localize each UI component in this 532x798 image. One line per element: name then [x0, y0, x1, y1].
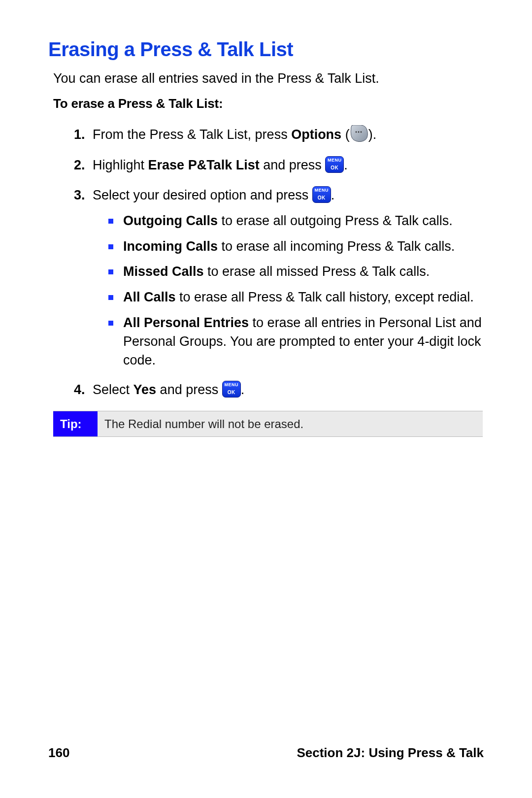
- manual-page: Erasing a Press & Talk List You can eras…: [0, 0, 532, 798]
- ok-label: OK: [223, 390, 240, 395]
- option-name: All Calls: [123, 290, 176, 304]
- option-name: Outgoing Calls: [123, 213, 218, 228]
- options-sublist: Outgoing Calls to erase all outgoing Pre…: [93, 212, 484, 370]
- list-item: Outgoing Calls to erase all outgoing Pre…: [108, 212, 484, 231]
- menu-ok-key-icon: MENUOK: [222, 381, 241, 398]
- menu-label: MENU: [223, 383, 240, 387]
- step-text: (: [341, 127, 350, 142]
- step-text: .: [331, 188, 335, 202]
- list-item: Incoming Calls to erase all incoming Pre…: [108, 237, 484, 256]
- procedure-subhead: To erase a Press & Talk List:: [53, 96, 484, 111]
- step-text: and press: [260, 158, 326, 172]
- svg-point-1: [358, 132, 359, 133]
- step-text: ).: [368, 127, 377, 142]
- step-text: Select: [93, 382, 133, 397]
- step-text: Highlight: [93, 158, 148, 172]
- svg-point-0: [355, 132, 357, 133]
- section-label: Section 2J: Using Press & Talk: [297, 745, 484, 761]
- option-name: Incoming Calls: [123, 239, 218, 254]
- step-text: Select your desired option and press: [93, 188, 312, 202]
- yes-label: Yes: [133, 382, 157, 397]
- step-3: Select your desired option and press MEN…: [74, 186, 484, 370]
- page-footer: 160 Section 2J: Using Press & Talk: [48, 745, 484, 761]
- page-title: Erasing a Press & Talk List: [48, 38, 484, 61]
- step-text: .: [241, 382, 245, 397]
- menu-ok-key-icon: MENUOK: [312, 186, 331, 203]
- list-item: All Calls to erase all Press & Talk call…: [108, 288, 484, 307]
- menu-label: MENU: [326, 158, 343, 163]
- option-desc: to erase all incoming Press & Talk calls…: [218, 239, 455, 254]
- option-desc: to erase all outgoing Press & Talk calls…: [218, 213, 453, 228]
- option-name: All Personal Entries: [123, 315, 249, 330]
- list-item: Missed Calls to erase all missed Press &…: [108, 263, 484, 281]
- softkey-right-icon: [350, 125, 368, 142]
- tip-label: Tip:: [53, 411, 98, 436]
- option-desc: to erase all Press & Talk call history, …: [176, 290, 474, 304]
- tip-body: The Redial number will not be erased.: [98, 411, 310, 436]
- step-text: .: [344, 158, 348, 172]
- options-label: Options: [291, 127, 341, 142]
- page-number: 160: [48, 745, 69, 761]
- intro-text: You can erase all entries saved in the P…: [53, 69, 484, 87]
- steps-list: From the Press & Talk List, press Option…: [48, 125, 484, 399]
- tip-box: Tip: The Redial number will not be erase…: [53, 411, 483, 437]
- option-name: Missed Calls: [123, 264, 204, 279]
- ok-label: OK: [326, 166, 343, 170]
- step-text: and press: [156, 382, 222, 397]
- menu-ok-key-icon: MENUOK: [325, 156, 344, 173]
- option-desc: to erase all missed Press & Talk calls.: [204, 264, 430, 279]
- step-2: Highlight Erase P&Talk List and press ME…: [74, 156, 484, 175]
- ok-label: OK: [313, 196, 331, 200]
- step-4: Select Yes and press MENUOK.: [74, 380, 484, 399]
- list-item: All Personal Entries to erase all entrie…: [108, 314, 484, 369]
- menu-label: MENU: [313, 188, 331, 193]
- step-text: From the Press & Talk List, press: [93, 127, 291, 142]
- svg-point-2: [360, 132, 362, 133]
- erase-list-label: Erase P&Talk List: [148, 158, 260, 172]
- step-1: From the Press & Talk List, press Option…: [74, 125, 484, 144]
